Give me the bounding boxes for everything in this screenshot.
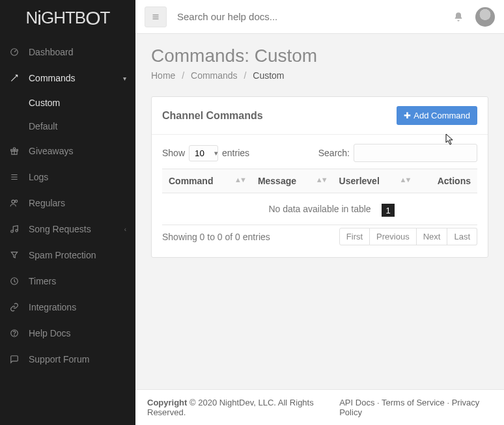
entries-length-select[interactable]: 10 bbox=[189, 145, 218, 161]
page-previous-button[interactable]: Previous bbox=[370, 228, 417, 245]
sidebar-item-label: Logs bbox=[29, 172, 48, 182]
sidebar-item-label: Song Requests bbox=[29, 224, 91, 234]
main-area: Commands: Custom Home / Commands / Custo… bbox=[135, 0, 504, 425]
magic-icon bbox=[9, 74, 20, 83]
sidebar-item-regulars[interactable]: Regulars bbox=[0, 190, 135, 216]
footer-tos-link[interactable]: Terms of Service bbox=[382, 398, 445, 407]
sort-icon: ▲▼ bbox=[234, 176, 245, 184]
dashboard-icon bbox=[9, 48, 20, 57]
gift-icon bbox=[9, 146, 20, 156]
panel-title: Channel Commands bbox=[162, 110, 263, 122]
sidebar-subitem-default[interactable]: Default bbox=[0, 115, 135, 138]
sidebar-item-label: Support Forum bbox=[29, 354, 89, 364]
logo-text: NiGHTBOT bbox=[26, 6, 110, 28]
commands-table: Command▲▼ Message▲▼ Userlevel▲▼ Actions … bbox=[162, 169, 477, 225]
svg-point-9 bbox=[14, 335, 15, 336]
users-icon bbox=[9, 199, 20, 208]
bell-icon bbox=[453, 12, 464, 22]
sidebar-item-label: Regulars bbox=[29, 198, 65, 208]
help-search-input[interactable] bbox=[177, 11, 453, 22]
breadcrumb-commands[interactable]: Commands bbox=[191, 70, 238, 81]
breadcrumb: Home / Commands / Custom bbox=[151, 70, 488, 81]
sidebar-item-song-requests[interactable]: Song Requests ‹ bbox=[0, 216, 135, 242]
table-empty-row: No data available in table bbox=[162, 193, 477, 225]
sidebar-item-label: Help Docs bbox=[29, 328, 71, 338]
sidebar-item-giveaways[interactable]: Giveaways bbox=[0, 138, 135, 164]
pagination: First Previous Next Last bbox=[339, 228, 477, 245]
sidebar-item-spam-protection[interactable]: Spam Protection bbox=[0, 242, 135, 268]
svg-point-6 bbox=[16, 230, 18, 232]
page-last-button[interactable]: Last bbox=[447, 228, 477, 245]
sidebar-item-integrations[interactable]: Integrations bbox=[0, 294, 135, 320]
th-command[interactable]: Command▲▼ bbox=[162, 169, 251, 193]
chevron-left-icon: ‹ bbox=[124, 226, 126, 233]
sidebar-item-label: Giveaways bbox=[29, 146, 73, 156]
sidebar-item-help-docs[interactable]: Help Docs bbox=[0, 320, 135, 346]
sidebar-item-label: Dashboard bbox=[29, 47, 74, 57]
th-message[interactable]: Message▲▼ bbox=[251, 169, 333, 193]
add-command-button[interactable]: ✚ Add Command bbox=[397, 106, 477, 125]
page-title: Commands: Custom bbox=[151, 46, 488, 66]
question-icon bbox=[9, 329, 20, 338]
sidebar-subitem-label: Default bbox=[29, 121, 57, 131]
plus-icon: ✚ bbox=[404, 111, 411, 120]
commands-panel: Channel Commands ✚ Add Command Show 10 e… bbox=[151, 96, 488, 258]
comments-icon bbox=[9, 355, 20, 364]
footer: Copyright © 2020 NightDev, LLC. All Righ… bbox=[135, 389, 504, 425]
page-next-button[interactable]: Next bbox=[417, 228, 448, 245]
sidebar-subitem-label: Custom bbox=[29, 98, 60, 108]
sidebar-item-logs[interactable]: Logs bbox=[0, 164, 135, 190]
svg-point-4 bbox=[15, 200, 18, 202]
th-actions: Actions bbox=[416, 169, 477, 193]
hamburger-icon bbox=[151, 13, 160, 21]
sidebar-item-commands[interactable]: Commands ▾ bbox=[0, 65, 135, 91]
table-search-input[interactable] bbox=[354, 144, 477, 162]
sidebar-item-dashboard[interactable]: Dashboard bbox=[0, 39, 135, 65]
svg-point-5 bbox=[11, 230, 14, 233]
table-info: Showing 0 to 0 of 0 entries bbox=[162, 232, 270, 242]
page-first-button[interactable]: First bbox=[339, 228, 370, 245]
breadcrumb-current: Custom bbox=[253, 70, 284, 81]
sidebar-toggle-button[interactable] bbox=[145, 7, 167, 27]
svg-point-3 bbox=[12, 200, 15, 203]
show-label: Show bbox=[162, 148, 185, 158]
sort-icon: ▲▼ bbox=[400, 176, 410, 184]
footer-api-docs-link[interactable]: API Docs bbox=[339, 398, 374, 407]
breadcrumb-home[interactable]: Home bbox=[151, 70, 175, 81]
footer-copyright-label: Copyright bbox=[147, 398, 187, 407]
sidebar-item-support-forum[interactable]: Support Forum bbox=[0, 346, 135, 372]
sidebar-item-label: Spam Protection bbox=[29, 250, 96, 260]
add-command-label: Add Command bbox=[413, 111, 470, 120]
list-icon bbox=[9, 172, 20, 182]
table-search-label: Search: bbox=[318, 148, 350, 158]
user-avatar[interactable] bbox=[475, 7, 495, 27]
sidebar-item-label: Timers bbox=[29, 276, 56, 286]
th-userlevel[interactable]: Userlevel▲▼ bbox=[333, 169, 417, 193]
sort-icon: ▲▼ bbox=[316, 176, 326, 184]
sidebar-item-timers[interactable]: Timers bbox=[0, 268, 135, 294]
chevron-down-icon: ▾ bbox=[123, 75, 126, 82]
clock-icon bbox=[9, 277, 20, 286]
sidebar-item-label: Integrations bbox=[29, 302, 76, 312]
notifications-button[interactable] bbox=[453, 12, 464, 22]
entries-label: entries bbox=[222, 148, 249, 158]
sidebar-item-label: Commands bbox=[29, 73, 76, 83]
empty-message: No data available in table bbox=[162, 193, 477, 225]
sidebar: NiGHTBOT Dashboard Commands ▾ Custom Def… bbox=[0, 0, 135, 425]
logo[interactable]: NiGHTBOT bbox=[0, 0, 135, 34]
link-icon bbox=[9, 303, 20, 312]
topbar bbox=[135, 0, 504, 34]
music-icon bbox=[9, 225, 20, 234]
sidebar-subitem-custom[interactable]: Custom bbox=[0, 91, 135, 115]
filter-icon bbox=[9, 251, 20, 260]
